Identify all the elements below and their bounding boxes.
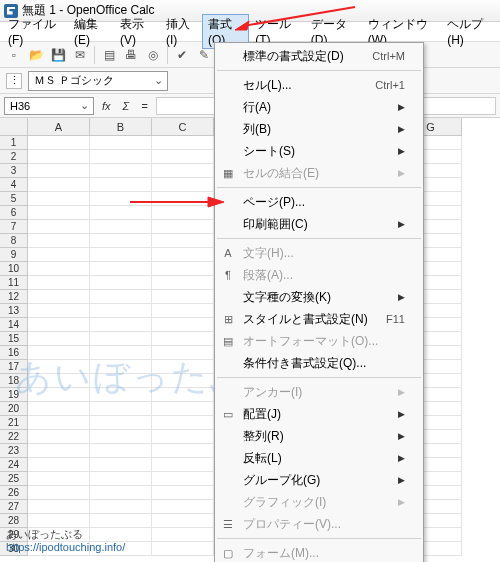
cell[interactable] [152, 528, 214, 542]
row-header[interactable]: 22 [0, 430, 28, 444]
cell[interactable] [28, 486, 90, 500]
cell[interactable] [28, 430, 90, 444]
cell[interactable] [90, 178, 152, 192]
menu-item[interactable]: 列(B)▶ [215, 118, 423, 140]
row-header[interactable]: 30 [0, 542, 28, 556]
cell[interactable] [28, 402, 90, 416]
cell[interactable] [28, 318, 90, 332]
cell[interactable] [90, 458, 152, 472]
cell[interactable] [152, 416, 214, 430]
sum-icon[interactable]: Σ [119, 100, 134, 112]
open-icon[interactable]: 📂 [26, 45, 46, 65]
cell[interactable] [28, 192, 90, 206]
row-header[interactable]: 13 [0, 304, 28, 318]
menu-item[interactable]: 条件付き書式設定(Q)... [215, 352, 423, 374]
cell[interactable] [90, 346, 152, 360]
cell[interactable] [90, 514, 152, 528]
cell[interactable] [90, 318, 152, 332]
menubar-item[interactable]: ファイル(F) [2, 14, 68, 49]
cell[interactable] [152, 388, 214, 402]
row-header[interactable]: 19 [0, 388, 28, 402]
menu-item[interactable]: ページ(P)... [215, 191, 423, 213]
cell[interactable] [152, 178, 214, 192]
cell[interactable] [90, 486, 152, 500]
cell[interactable] [28, 164, 90, 178]
cell[interactable] [28, 346, 90, 360]
cell[interactable] [90, 276, 152, 290]
cell[interactable] [152, 164, 214, 178]
export-pdf-icon[interactable]: ▤ [99, 45, 119, 65]
cell[interactable] [90, 388, 152, 402]
menu-item[interactable]: グループ化(G)▶ [215, 469, 423, 491]
cell[interactable] [152, 234, 214, 248]
row-header[interactable]: 28 [0, 514, 28, 528]
menubar-item[interactable]: 表示(V) [114, 14, 160, 49]
equals-icon[interactable]: = [137, 100, 151, 112]
cell[interactable] [90, 472, 152, 486]
menu-item[interactable]: 標準の書式設定(D)Ctrl+M [215, 45, 423, 67]
cell[interactable] [28, 178, 90, 192]
cell[interactable] [90, 136, 152, 150]
menu-item[interactable]: ⊞スタイルと書式設定(N)F11 [215, 308, 423, 330]
font-name-select[interactable]: ＭＳ Ｐゴシック ⌄ [28, 71, 168, 91]
cell[interactable] [28, 374, 90, 388]
cell[interactable] [28, 458, 90, 472]
row-header[interactable]: 9 [0, 248, 28, 262]
row-header[interactable]: 2 [0, 150, 28, 164]
cell[interactable] [152, 192, 214, 206]
print-icon[interactable]: 🖶 [121, 45, 141, 65]
cell[interactable] [152, 150, 214, 164]
row-header[interactable]: 17 [0, 360, 28, 374]
cell[interactable] [152, 262, 214, 276]
cell[interactable] [90, 290, 152, 304]
cell[interactable] [28, 206, 90, 220]
cell[interactable] [90, 248, 152, 262]
cell[interactable] [28, 500, 90, 514]
row-header[interactable]: 27 [0, 500, 28, 514]
cell[interactable] [90, 304, 152, 318]
cell[interactable] [90, 360, 152, 374]
cell[interactable] [152, 500, 214, 514]
cell[interactable] [152, 276, 214, 290]
row-header[interactable]: 15 [0, 332, 28, 346]
cell[interactable] [28, 472, 90, 486]
cell[interactable] [28, 388, 90, 402]
cell[interactable] [28, 290, 90, 304]
cell[interactable] [90, 542, 152, 556]
cell[interactable] [90, 192, 152, 206]
row-header[interactable]: 25 [0, 472, 28, 486]
row-header[interactable]: 14 [0, 318, 28, 332]
cell[interactable] [152, 458, 214, 472]
row-header[interactable]: 12 [0, 290, 28, 304]
cell[interactable] [152, 360, 214, 374]
row-header[interactable]: 26 [0, 486, 28, 500]
name-box[interactable]: H36 ⌄ [4, 97, 94, 115]
cell[interactable] [28, 150, 90, 164]
cell[interactable] [28, 304, 90, 318]
row-header[interactable]: 20 [0, 402, 28, 416]
cell[interactable] [152, 444, 214, 458]
cell[interactable] [90, 234, 152, 248]
menu-item[interactable]: 文字種の変換(K)▶ [215, 286, 423, 308]
cell[interactable] [152, 304, 214, 318]
cell[interactable] [28, 444, 90, 458]
save-icon[interactable]: 💾 [48, 45, 68, 65]
row-header[interactable]: 6 [0, 206, 28, 220]
cell[interactable] [28, 248, 90, 262]
preview-icon[interactable]: ◎ [143, 45, 163, 65]
menu-item[interactable]: 行(A)▶ [215, 96, 423, 118]
column-header[interactable]: C [152, 118, 214, 136]
row-header[interactable]: 16 [0, 346, 28, 360]
cell[interactable] [90, 332, 152, 346]
row-header[interactable]: 3 [0, 164, 28, 178]
menubar-item[interactable]: 編集(E) [68, 14, 114, 49]
menu-item[interactable]: ▭配置(J)▶ [215, 403, 423, 425]
styles-icon[interactable]: ⋮ [6, 73, 22, 89]
row-header[interactable]: 11 [0, 276, 28, 290]
row-header[interactable]: 23 [0, 444, 28, 458]
menu-item[interactable]: 反転(L)▶ [215, 447, 423, 469]
cell[interactable] [28, 332, 90, 346]
row-header[interactable]: 18 [0, 374, 28, 388]
cell[interactable] [152, 136, 214, 150]
cell[interactable] [152, 290, 214, 304]
